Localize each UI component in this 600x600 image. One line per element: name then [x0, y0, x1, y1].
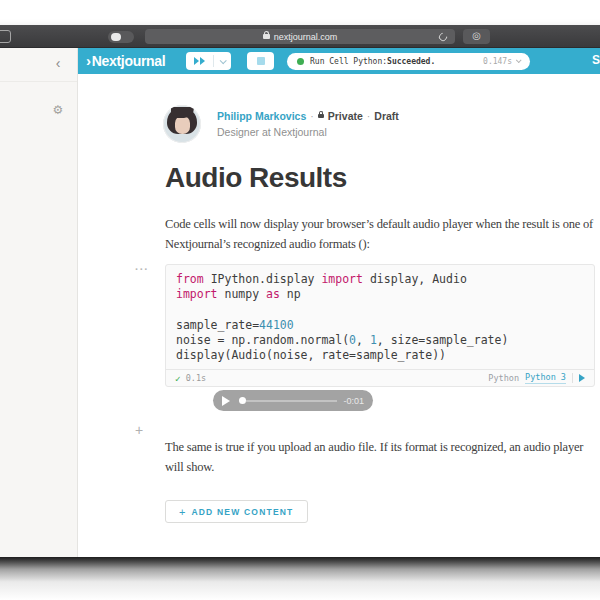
- intro-paragraph: Code cells will now display your browser…: [165, 214, 600, 254]
- window-drop-shadow: [0, 557, 600, 600]
- extensions-icon: ◎: [472, 30, 481, 41]
- audio-scrubber-handle[interactable]: [239, 397, 246, 404]
- run-all-icon: [194, 57, 199, 65]
- plus-icon: +: [179, 506, 185, 518]
- status-dot-icon: [297, 58, 304, 65]
- nextjournal-logo[interactable]: › Nextjournal: [86, 52, 165, 69]
- status-elapsed: 0.147s: [483, 57, 512, 66]
- success-check-icon: ✓: [175, 373, 181, 384]
- author-role: Designer at Nextjournal: [217, 126, 399, 138]
- logo-chevron-icon: ›: [86, 52, 91, 69]
- author-avatar[interactable]: [163, 105, 201, 143]
- logo-text: Nextjournal: [92, 53, 166, 69]
- browser-titlebar: nextjournal.com ◎: [0, 25, 600, 48]
- screenshot-stage: nextjournal.com ◎ ‹ ⚙ › Nextjournal: [0, 0, 600, 600]
- tab-sidebar-icon[interactable]: [0, 30, 11, 43]
- audio-time-remaining: -0:01: [343, 396, 364, 406]
- app-sidebar: ‹ ⚙: [0, 48, 78, 557]
- extensions-button[interactable]: ◎: [463, 29, 490, 44]
- code-cell: ··· from IPython.display import display,…: [165, 264, 595, 387]
- collapse-sidebar-icon[interactable]: ‹: [50, 54, 66, 72]
- cell-elapsed: 0.1s: [186, 373, 206, 383]
- lock-icon: [263, 34, 270, 39]
- cell-menu-icon[interactable]: ···: [135, 263, 149, 275]
- author-name-link[interactable]: Philipp Markovics: [217, 110, 306, 122]
- status-state: Succeeded.: [387, 57, 435, 66]
- address-bar[interactable]: nextjournal.com: [145, 29, 455, 44]
- browser-window: nextjournal.com ◎ ‹ ⚙ › Nextjournal: [0, 25, 600, 558]
- author-block: Philipp Markovics · Private · Draft Desi…: [217, 110, 399, 138]
- add-new-content-button[interactable]: + ADD NEW CONTENT: [165, 500, 308, 523]
- audio-play-icon[interactable]: [222, 396, 230, 406]
- settings-gear-icon[interactable]: ⚙: [50, 103, 66, 117]
- chevron-down-icon: [516, 57, 522, 63]
- insert-content-icon[interactable]: +: [135, 422, 143, 438]
- runtime-link[interactable]: Python 3: [525, 372, 566, 384]
- run-options-button[interactable]: [214, 52, 231, 70]
- notebook-content: Philipp Markovics · Private · Draft Desi…: [78, 74, 600, 557]
- run-all-button[interactable]: [186, 52, 213, 70]
- stop-button[interactable]: [247, 52, 274, 70]
- run-cell-icon[interactable]: [579, 374, 585, 382]
- code-cell-footer: ✓ 0.1s Python Python 3: [166, 369, 594, 386]
- stop-icon: [257, 57, 265, 65]
- share-button[interactable]: S: [592, 53, 600, 67]
- run-all-button-group: [186, 52, 231, 70]
- audio-player: -0:01: [213, 390, 373, 411]
- url-text: nextjournal.com: [274, 32, 338, 42]
- status-label: Run Cell Python:: [310, 57, 387, 66]
- body-paragraph: The same is true if you upload an audio …: [165, 437, 600, 477]
- divider: [572, 373, 573, 383]
- page-title: Audio Results: [165, 162, 347, 194]
- private-lock-icon: [318, 114, 324, 119]
- code-editor[interactable]: from IPython.display import display, Aud…: [166, 265, 594, 369]
- app-header: › Nextjournal: [78, 48, 600, 74]
- visibility-badge: Private: [328, 110, 363, 122]
- language-label: Python: [488, 373, 519, 383]
- reload-icon[interactable]: [437, 31, 448, 42]
- toggle-switch-icon[interactable]: [108, 31, 134, 43]
- chevron-down-icon: [220, 57, 227, 64]
- audio-track[interactable]: [246, 400, 337, 402]
- run-status-pill[interactable]: Run Cell Python: Succeeded. 0.147s: [287, 53, 530, 70]
- draft-badge: Draft: [374, 110, 399, 122]
